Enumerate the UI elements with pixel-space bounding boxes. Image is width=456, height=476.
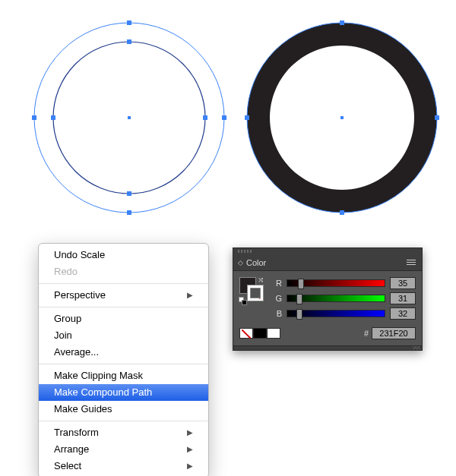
chevron-down-icon[interactable]: ◇ xyxy=(238,259,243,266)
menu-separator xyxy=(39,283,208,284)
quick-swatches xyxy=(239,328,280,339)
chevron-right-icon: ▶ xyxy=(187,288,193,302)
swatch-black[interactable] xyxy=(253,328,267,339)
svg-rect-13 xyxy=(340,210,344,215)
chevron-right-icon: ▶ xyxy=(187,459,193,473)
panel-title: Color xyxy=(246,258,266,267)
menu-make-compound-path[interactable]: Make Compound Path xyxy=(39,384,208,401)
menu-perspective[interactable]: Perspective▶ xyxy=(39,287,208,304)
menu-make-clipping-mask[interactable]: Make Clipping Mask xyxy=(39,367,208,384)
svg-rect-5 xyxy=(222,115,226,120)
panel-grip[interactable] xyxy=(233,248,422,254)
compound-path-ring[interactable] xyxy=(243,19,441,216)
svg-rect-3 xyxy=(127,210,131,215)
menu-group[interactable]: Group xyxy=(39,311,208,327)
svg-rect-9 xyxy=(203,115,207,120)
menu-average[interactable]: Average... xyxy=(39,344,208,361)
menu-make-guides[interactable]: Make Guides xyxy=(39,401,208,418)
value-r[interactable]: 35 xyxy=(390,277,416,289)
slider-row-b: B 32 xyxy=(273,306,416,321)
slider-r[interactable] xyxy=(287,279,385,287)
slider-row-r: R 35 xyxy=(273,276,416,291)
slider-g[interactable] xyxy=(287,295,385,302)
svg-rect-14 xyxy=(245,115,249,120)
menu-transform[interactable]: Transform▶ xyxy=(39,424,208,441)
context-menu: Undo Scale Redo Perspective▶ Group Join … xyxy=(38,243,209,476)
panel-header: ◇ Color xyxy=(233,254,422,271)
svg-rect-6 xyxy=(127,39,131,44)
color-panel: ◇ Color ⤭ R 35 G 31 B 32 xyxy=(233,247,423,351)
fill-stroke-swatch[interactable]: ⤭ xyxy=(239,277,265,303)
svg-rect-12 xyxy=(340,20,344,25)
menu-separator xyxy=(39,307,208,307)
label-r: R xyxy=(273,279,282,288)
chevron-right-icon: ▶ xyxy=(187,426,193,440)
swatch-none[interactable] xyxy=(239,328,253,339)
svg-rect-10 xyxy=(128,116,131,119)
svg-rect-4 xyxy=(32,115,36,120)
svg-rect-15 xyxy=(435,115,439,120)
hex-input[interactable]: 231F20 xyxy=(372,327,416,339)
value-g[interactable]: 31 xyxy=(390,292,416,304)
hex-hash-label: # xyxy=(364,329,369,338)
chevron-right-icon: ▶ xyxy=(187,443,193,456)
menu-undo[interactable]: Undo Scale xyxy=(39,247,208,263)
label-b: B xyxy=(273,309,282,318)
panel-menu-icon[interactable] xyxy=(407,257,419,267)
menu-select[interactable]: Select▶ xyxy=(39,458,208,474)
svg-rect-16 xyxy=(340,116,344,119)
menu-arrange[interactable]: Arrange▶ xyxy=(39,441,208,458)
slider-b[interactable] xyxy=(287,310,385,317)
artboard xyxy=(0,0,456,243)
value-b[interactable]: 32 xyxy=(390,307,416,320)
stroke-swatch-none[interactable] xyxy=(247,285,264,301)
menu-separator xyxy=(39,364,208,364)
swatch-white[interactable] xyxy=(267,328,280,339)
menu-separator xyxy=(39,421,208,421)
svg-rect-8 xyxy=(51,115,55,120)
selected-circles-outline[interactable] xyxy=(30,19,228,216)
svg-rect-2 xyxy=(127,20,131,25)
menu-join[interactable]: Join xyxy=(39,327,208,344)
swap-fill-stroke-icon[interactable]: ⤭ xyxy=(258,276,264,284)
slider-row-g: G 31 xyxy=(273,291,416,306)
default-fill-stroke-icon[interactable] xyxy=(239,297,248,306)
menu-redo: Redo xyxy=(39,263,208,280)
svg-rect-7 xyxy=(127,191,131,196)
panel-resize-handle[interactable] xyxy=(233,345,422,350)
label-g: G xyxy=(273,294,282,303)
